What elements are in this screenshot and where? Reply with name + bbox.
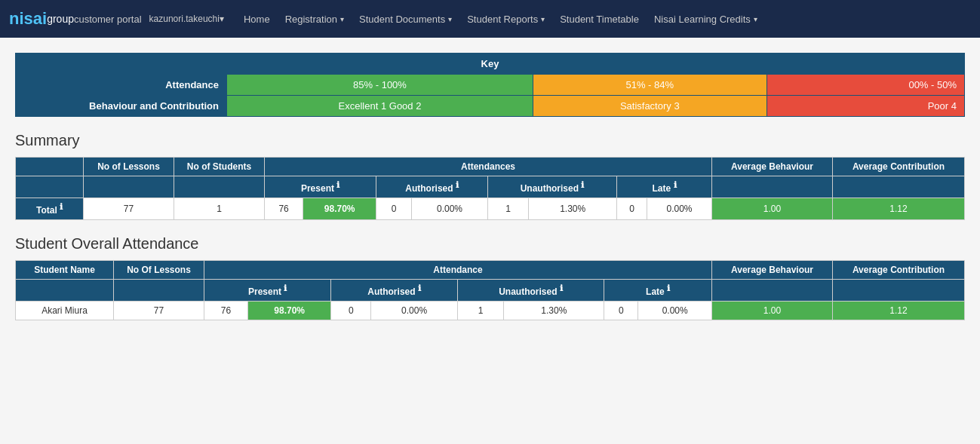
summary-sub-present: Present ℹ <box>265 176 376 198</box>
total-unauth-pct: 1.30% <box>529 198 617 220</box>
summary-table: No of Lessons No of Students Attendances… <box>15 157 965 220</box>
summary-col-attendances: Attendances <box>265 158 712 176</box>
info-icon: ℹ <box>674 180 677 189</box>
summary-sub-avg-b <box>712 176 833 198</box>
brand-rest: customer portal <box>74 14 142 25</box>
total-present-pct: 98.70% <box>303 198 376 220</box>
total-label: Total ℹ <box>16 198 84 220</box>
student-table: Student Name No Of Lessons Attendance Av… <box>15 260 965 320</box>
nav-student-reports[interactable]: Student Reports▾ <box>459 0 552 38</box>
main-content: Key Attendance 85% - 100% 51% - 84% 00% … <box>0 38 980 335</box>
brand-group: group <box>47 13 74 25</box>
total-late-count: 0 <box>617 198 647 220</box>
total-no-students: 1 <box>174 198 265 220</box>
col-student-name: Student Name <box>16 261 114 280</box>
caret-icon: ▾ <box>754 15 757 23</box>
key-title: Key <box>16 54 965 75</box>
student-overall-title: Student Overall Attendance <box>15 235 965 253</box>
key-behaviour-green: Excellent 1 Good 2 <box>227 96 533 117</box>
caret-icon: ▾ <box>340 15 344 23</box>
student-present-count: 76 <box>204 302 248 320</box>
summary-col-avg-contribution: Average Contribution <box>833 158 965 176</box>
total-avg-contribution: 1.12 <box>833 198 965 220</box>
student-avg-contribution: 1.12 <box>833 302 965 320</box>
student-present-pct: 98.70% <box>248 302 331 320</box>
nav-registration[interactable]: Registration▾ <box>278 0 352 38</box>
summary-subrow-empty3 <box>174 176 265 198</box>
key-attendance-orange: 51% - 84% <box>533 75 767 96</box>
student-overall-section: Student Overall Attendance Student Name … <box>15 235 965 320</box>
info-icon: ℹ <box>418 283 421 292</box>
key-section: Key Attendance 85% - 100% 51% - 84% 00% … <box>15 53 965 117</box>
student-sub-authorised: Authorised ℹ <box>331 280 458 302</box>
navbar: nisai group customer portal kazunori.tak… <box>0 0 980 38</box>
info-icon: ℹ <box>456 180 459 189</box>
info-icon: ℹ <box>560 283 563 292</box>
info-icon: ℹ <box>667 283 670 292</box>
student-unauth-pct: 1.30% <box>504 302 604 320</box>
summary-total-row: Total ℹ 77 1 76 98.70% 0 0.00% 1 1.30% 0… <box>16 198 965 220</box>
student-auth-pct: 0.00% <box>371 302 457 320</box>
summary-title: Summary <box>15 132 965 149</box>
summary-sub-authorised: Authorised ℹ <box>376 176 488 198</box>
key-behaviour-red: Poor 4 <box>766 96 964 117</box>
student-sub-empty <box>16 280 114 302</box>
info-icon: ℹ <box>60 202 63 211</box>
nav-student-timetable[interactable]: Student Timetable <box>552 0 647 38</box>
info-icon: ℹ <box>336 180 339 189</box>
summary-sub-late: Late ℹ <box>617 176 712 198</box>
summary-col-avg-behaviour: Average Behaviour <box>712 158 833 176</box>
key-behaviour-orange: Satisfactory 3 <box>533 96 767 117</box>
key-attendance-red: 00% - 50% <box>766 75 964 96</box>
total-unauth-count: 1 <box>487 198 528 220</box>
nav-user[interactable]: kazunori.takeuchi▾ <box>149 14 224 24</box>
brand-nisai: nisai <box>9 9 47 29</box>
key-behaviour-label: Behaviour and Contribution <box>16 96 227 117</box>
total-avg-behaviour: 1.00 <box>712 198 833 220</box>
col-avg-contribution: Average Contribution <box>833 261 965 280</box>
total-auth-pct: 0.00% <box>412 198 488 220</box>
summary-subrow-empty <box>16 176 84 198</box>
student-auth-count: 0 <box>331 302 371 320</box>
student-sub-avg-c <box>833 280 965 302</box>
student-late-count: 0 <box>604 302 638 320</box>
total-late-pct: 0.00% <box>647 198 711 220</box>
student-name: Akari Miura <box>16 302 114 320</box>
caret-icon: ▾ <box>448 15 452 23</box>
total-auth-count: 0 <box>376 198 412 220</box>
summary-col-no-lessons: No of Lessons <box>84 158 174 176</box>
student-sub-late: Late ℹ <box>604 280 712 302</box>
student-unauth-count: 1 <box>457 302 504 320</box>
brand: nisai group customer portal <box>9 9 142 29</box>
key-attendance-label: Attendance <box>16 75 227 96</box>
student-avg-behaviour: 1.00 <box>712 302 833 320</box>
total-present-count: 76 <box>265 198 303 220</box>
student-sub-present: Present ℹ <box>204 280 331 302</box>
total-no-lessons: 77 <box>84 198 174 220</box>
summary-col-empty <box>16 158 84 176</box>
info-icon: ℹ <box>284 283 287 292</box>
col-attendance: Attendance <box>204 261 712 280</box>
nav-home[interactable]: Home <box>236 0 278 38</box>
col-avg-behaviour: Average Behaviour <box>712 261 833 280</box>
student-sub-unauthorised: Unauthorised ℹ <box>457 280 604 302</box>
key-table: Key Attendance 85% - 100% 51% - 84% 00% … <box>15 53 965 117</box>
summary-sub-unauthorised: Unauthorised ℹ <box>487 176 616 198</box>
info-icon: ℹ <box>581 180 584 189</box>
nav-nisai-credits[interactable]: Nisai Learning Credits▾ <box>647 0 765 38</box>
student-late-pct: 0.00% <box>638 302 712 320</box>
summary-sub-avg-c <box>833 176 965 198</box>
col-no-lessons: No Of Lessons <box>114 261 204 280</box>
summary-col-no-students: No of Students <box>174 158 265 176</box>
summary-section: Summary No of Lessons No of Students Att… <box>15 132 965 220</box>
summary-subrow-empty2 <box>84 176 174 198</box>
student-no-lessons: 77 <box>114 302 204 320</box>
table-row: Akari Miura 77 76 98.70% 0 0.00% 1 1.30%… <box>16 302 965 320</box>
key-attendance-green: 85% - 100% <box>227 75 533 96</box>
student-sub-avg-b <box>712 280 833 302</box>
nav-student-documents[interactable]: Student Documents▾ <box>352 0 459 38</box>
caret-icon: ▾ <box>541 15 545 23</box>
student-sub-empty2 <box>114 280 204 302</box>
